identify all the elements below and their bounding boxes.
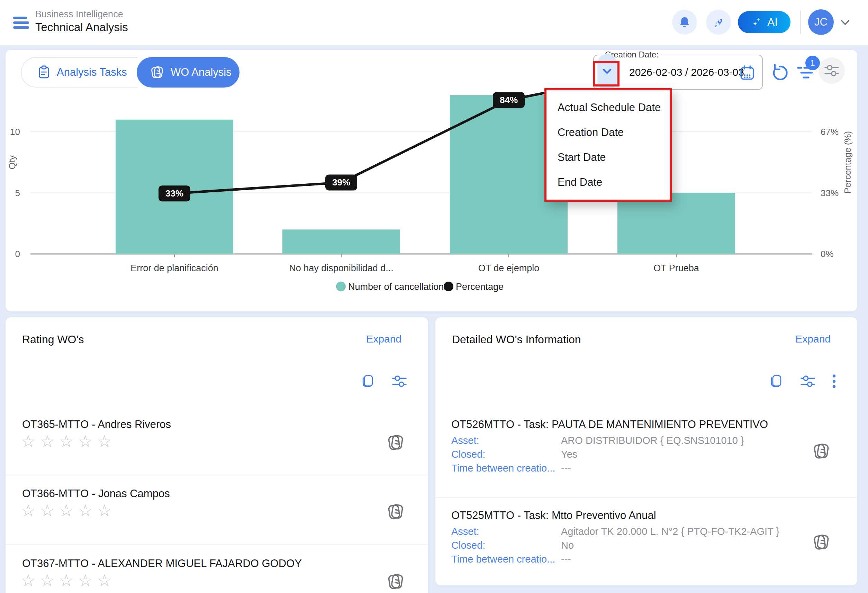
svg-text:39%: 39% <box>332 177 350 187</box>
more-options-button[interactable] <box>832 373 837 391</box>
svg-text:0%: 0% <box>821 249 834 259</box>
header-divider <box>800 10 801 34</box>
card-title: Detailed WO's Information <box>452 333 581 346</box>
svg-text:33%: 33% <box>165 188 183 199</box>
list-settings-button[interactable] <box>391 373 407 391</box>
time-between-label[interactable]: Time between creatio... <box>451 553 555 565</box>
svg-text:Percentage: Percentage <box>456 282 503 292</box>
wo-title: OT366-MTTO - Jonas Campos <box>22 487 170 500</box>
svg-text:Qty: Qty <box>7 155 17 169</box>
menu-item-creation-date[interactable]: Creation Date <box>546 120 670 145</box>
svg-text:0: 0 <box>15 249 20 259</box>
profile-chevron-down-icon[interactable] <box>839 18 851 27</box>
wo-title: OT526MTTO - Task: PAUTA DE MANTENIMIENTO… <box>451 418 768 431</box>
sparkle-icon <box>751 16 763 28</box>
asset-label: Asset: <box>451 526 479 537</box>
copy-icon <box>360 374 375 389</box>
svg-text:OT de ejemplo: OT de ejemplo <box>478 263 540 273</box>
pareto-chart: 00%533%1067%QtyPercentage (%)Error de pl… <box>0 62 868 304</box>
ai-assistant-button[interactable]: AI <box>738 11 790 33</box>
svg-text:OT Prueba: OT Prueba <box>653 263 700 273</box>
asset-value: Agitador TK 20.000 L. N°2 { PTQ-FO-TK2-A… <box>561 526 779 537</box>
svg-text:84%: 84% <box>500 95 518 105</box>
asset-value: ARO DISTRIBUIDOR { EQ.SNS101010 } <box>561 435 744 446</box>
list-settings-button[interactable] <box>800 373 816 391</box>
menu-item-start-date[interactable]: Start Date <box>546 145 670 170</box>
svg-text:67%: 67% <box>821 127 838 137</box>
copy-button[interactable] <box>360 374 375 390</box>
time-between-value: --- <box>561 463 571 474</box>
avatar[interactable]: JC <box>808 9 834 35</box>
time-between-label[interactable]: Time between creatio... <box>451 463 555 474</box>
copy-icon <box>769 374 784 389</box>
svg-text:5: 5 <box>15 188 20 198</box>
wo-card-icon[interactable] <box>811 441 831 461</box>
card-title: Rating WO's <box>22 333 84 346</box>
closed-label: Closed: <box>451 540 485 551</box>
avatar-initials: JC <box>814 16 828 28</box>
page-title: Technical Analysis <box>35 21 128 34</box>
wo-card-icon[interactable] <box>385 432 406 453</box>
star-rating-input[interactable]: ☆☆☆☆☆ <box>21 431 116 451</box>
closed-value: Yes <box>561 449 577 460</box>
expand-detailed-link[interactable]: Expand <box>795 333 831 345</box>
wo-card-icon[interactable] <box>385 502 406 522</box>
whats-new-button[interactable] <box>706 10 731 35</box>
closed-value: No <box>561 540 574 551</box>
wo-title: OT367-MTTO - ALEXANDER MIGUEL FAJARDO GO… <box>22 558 302 570</box>
detailed-wos-card: Detailed WO's Information Expand <box>435 317 857 586</box>
copy-button[interactable] <box>769 374 784 390</box>
time-between-value: --- <box>561 553 571 565</box>
app-header: Business Intelligence Technical Analysis… <box>0 0 868 45</box>
ai-label: AI <box>767 16 778 29</box>
date-type-menu: Actual Schedule Date Creation Date Start… <box>545 88 672 202</box>
closed-label: Closed: <box>451 449 485 460</box>
svg-text:33%: 33% <box>821 188 838 198</box>
svg-text:Number of cancellations: Number of cancellations <box>348 282 449 292</box>
svg-text:No hay disponibilidad d...: No hay disponibilidad d... <box>289 263 394 273</box>
wo-card-icon[interactable] <box>811 532 831 552</box>
svg-text:Error de planificación: Error de planificación <box>130 263 218 273</box>
rocket-icon <box>712 15 725 29</box>
menu-item-actual-schedule-date[interactable]: Actual Schedule Date <box>546 95 670 120</box>
app-subtitle: Business Intelligence <box>35 9 123 20</box>
asset-label: Asset: <box>451 435 479 446</box>
svg-text:Percentage (%): Percentage (%) <box>842 131 853 194</box>
menu-item-end-date[interactable]: End Date <box>546 170 670 195</box>
star-rating-input[interactable]: ☆☆☆☆☆ <box>21 501 116 520</box>
tune-icon <box>391 373 407 389</box>
menu-icon[interactable] <box>13 16 29 30</box>
wo-title: OT525MTTO - Task: Mtto Preventivo Anual <box>451 509 656 522</box>
wo-title: OT365-MTTO - Andres Riveros <box>22 418 171 431</box>
rating-wos-card: Rating WO's Expand OT365-MTTO - Andres R… <box>6 317 428 593</box>
kebab-icon <box>832 373 837 389</box>
wo-card-icon[interactable] <box>385 572 406 592</box>
svg-text:10: 10 <box>10 127 20 137</box>
star-rating-input[interactable]: ☆☆☆☆☆ <box>21 571 116 590</box>
bell-icon <box>678 16 691 29</box>
notifications-button[interactable] <box>672 10 697 35</box>
expand-rating-link[interactable]: Expand <box>366 333 402 345</box>
tune-icon <box>800 373 816 389</box>
